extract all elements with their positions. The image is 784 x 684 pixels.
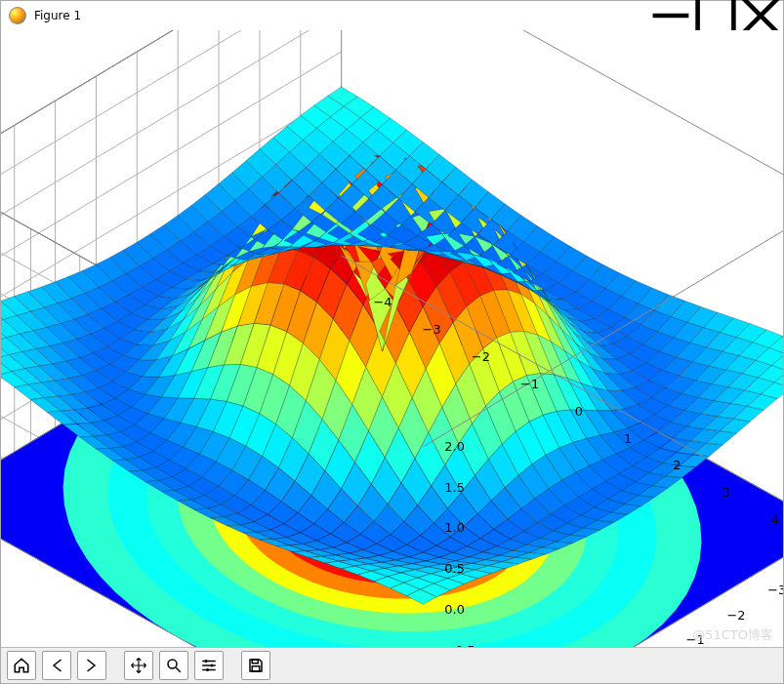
svg-line-994 [176, 667, 181, 672]
svg-text:−4: −4 [373, 295, 392, 309]
svg-text:3: 3 [722, 485, 730, 500]
titlebar: Figure 1 [1, 1, 783, 31]
svg-text:4: 4 [771, 512, 779, 527]
window-title: Figure 1 [34, 9, 81, 22]
app-icon [9, 7, 26, 24]
svg-text:2.0: 2.0 [444, 439, 465, 454]
svg-text:−3: −3 [767, 583, 783, 597]
svg-text:1: 1 [624, 431, 632, 446]
svg-rect-1002 [252, 666, 260, 671]
svg-text:1.5: 1.5 [444, 480, 465, 495]
svg-text:−1: −1 [520, 377, 539, 391]
figure-window: Figure 1 −4−3−2−101234−4−3−2−101234−2.0−… [0, 0, 784, 684]
svg-point-998 [205, 660, 208, 663]
pan-button[interactable] [124, 651, 153, 680]
back-button[interactable] [42, 651, 71, 680]
svg-text:0.0: 0.0 [444, 602, 465, 617]
toolbar [1, 647, 783, 683]
minimize-button[interactable] [648, 1, 693, 30]
svg-text:2: 2 [673, 458, 681, 472]
maximize-button[interactable] [693, 1, 738, 30]
svg-rect-1 [698, 0, 734, 33]
save-button[interactable] [241, 651, 270, 680]
svg-rect-1001 [252, 660, 258, 664]
svg-text:0.5: 0.5 [444, 561, 465, 576]
close-button[interactable] [738, 1, 783, 30]
svg-text:−2: −2 [472, 349, 490, 364]
watermark: @51CTO博客 [692, 626, 773, 644]
svg-text:1.0: 1.0 [444, 520, 465, 535]
svg-point-999 [211, 664, 214, 667]
svg-text:−3: −3 [423, 322, 441, 337]
forward-button[interactable] [77, 651, 106, 680]
svg-point-993 [168, 660, 177, 668]
plot-canvas[interactable]: −4−3−2−101234−4−3−2−101234−2.0−1.5−1.0−0… [1, 30, 783, 648]
svg-point-1000 [206, 668, 209, 671]
svg-text:−2: −2 [726, 608, 745, 623]
configure-button[interactable] [194, 651, 224, 680]
zoom-button[interactable] [159, 651, 188, 680]
home-button[interactable] [7, 651, 36, 680]
svg-text:0: 0 [575, 404, 583, 419]
